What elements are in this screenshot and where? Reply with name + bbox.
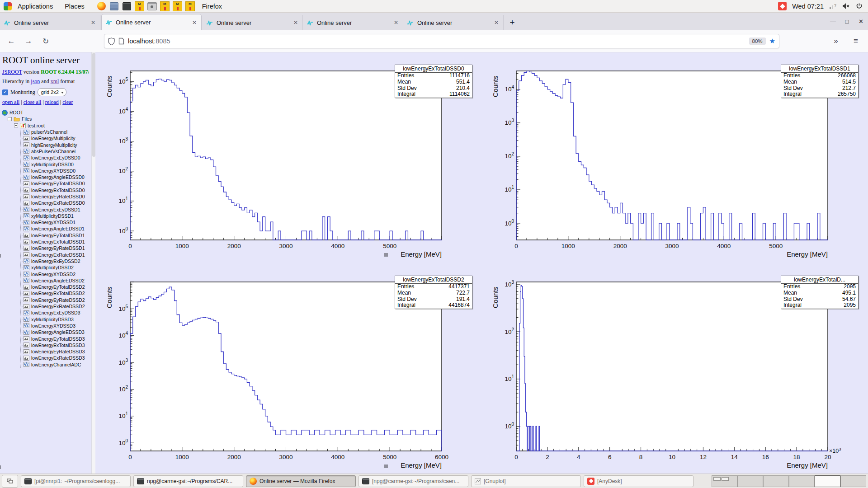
tree-node-root[interactable]: ROOT — [2, 109, 91, 116]
places-menu[interactable]: Places — [59, 0, 90, 12]
workspace-cell-1[interactable] — [712, 475, 737, 487]
tree-item-lowEnergyEyRateDSSD3[interactable]: lowEnergyEyRateDSSD3 — [21, 348, 91, 355]
tree-item-lowEnergyXYDSSD2[interactable]: lowEnergyXYDSSD2 — [21, 271, 91, 277]
tree-item-pulserVsChannel[interactable]: pulserVsChannel — [21, 129, 91, 135]
tree-item-lowEnergyExEyDSSD0[interactable]: lowEnergyExEyDSSD0 — [21, 155, 91, 161]
tab-close-icon[interactable]: ✕ — [292, 19, 299, 26]
tree-item-lowEnergyExRateDSSD3[interactable]: lowEnergyExRateDSSD3 — [21, 355, 91, 361]
back-button[interactable]: ← — [4, 33, 19, 49]
clear-link[interactable]: clear — [62, 99, 73, 105]
tree-item-highEnergyMultiplicity[interactable]: highEnergyMultiplicity — [21, 141, 91, 148]
tab-close-icon[interactable]: ✕ — [191, 19, 198, 26]
power-icon[interactable] — [856, 3, 863, 9]
files-launcher-icon[interactable] — [109, 1, 119, 11]
zoom-level-indicator[interactable]: 80% — [749, 38, 766, 45]
layout-select[interactable]: grid 2x2 — [38, 88, 66, 96]
network-icon[interactable]: ? — [829, 3, 837, 9]
forward-button[interactable]: → — [21, 33, 36, 49]
workspace-cell-6[interactable] — [840, 475, 866, 487]
plot-cell-lowEnergyExTotalDSSD2[interactable]: 0100020003000400050006000100101102103104… — [95, 263, 481, 474]
tree-node-files[interactable]: Files — [8, 116, 91, 122]
taskbar-window-button-1[interactable]: [pi@nnrpi1: ~/Programs/caenlogg... — [21, 475, 131, 487]
volume-muted-icon[interactable] — [842, 3, 850, 9]
show-desktop-button[interactable] — [2, 475, 18, 488]
tree-item-lowEnergyExEyDSSD2[interactable]: lowEnergyExEyDSSD2 — [21, 258, 91, 264]
reload-link[interactable]: reload — [45, 99, 59, 105]
tree-item-xyMultiplicityDSSD0[interactable]: xyMultiplicityDSSD0 — [21, 161, 91, 167]
grid-splitter-handle[interactable] — [384, 253, 388, 257]
browser-tab-1[interactable]: Online server✕ — [0, 15, 100, 30]
terminal-launcher-icon[interactable] — [122, 1, 132, 11]
tree-node-test-root[interactable]: test.root — [14, 122, 91, 129]
taskbar-window-button-3[interactable]: Online server — Mozilla Firefox — [246, 475, 356, 487]
bookmark-star-icon[interactable]: ★ — [769, 37, 775, 45]
tree-item-lowEnergyExRateDSSD1[interactable]: lowEnergyExRateDSSD1 — [21, 252, 91, 258]
midas-launcher-icon[interactable]: M — [135, 1, 144, 11]
taskbar-window-button-5[interactable]: [Gnuplot] — [471, 475, 581, 487]
tree-item-lowEnergyExRateDSSD0[interactable]: lowEnergyExRateDSSD0 — [21, 200, 91, 206]
shield-icon[interactable] — [108, 38, 115, 45]
taskbar-window-button-4[interactable]: [npg@carme-gsi:~/Programs/caen... — [359, 475, 468, 487]
monitoring-checkbox[interactable]: ✓ — [2, 89, 8, 95]
plot-cell-lowEnergyExTotalDSSD0[interactable]: 010002000300040005000100101102103104105E… — [95, 52, 481, 263]
window-maximize-button[interactable]: □ — [840, 12, 854, 30]
tree-item-lowEnergyExTotalDSSD2[interactable]: lowEnergyExTotalDSSD2 — [21, 290, 91, 296]
tree-item-xyMultiplicityDSSD3[interactable]: xyMultiplicityDSSD3 — [21, 316, 91, 323]
plot-cell-lowEnergyExTotalDSSD1[interactable]: 010002000300040005000100101102103104Ener… — [481, 52, 868, 263]
collapse-expander-icon[interactable] — [14, 123, 18, 127]
tree-item-xyMultiplicityDSSD1[interactable]: xyMultiplicityDSSD1 — [21, 213, 91, 219]
xml-link[interactable]: xml — [51, 78, 59, 84]
workspace-cell-4[interactable] — [789, 475, 815, 487]
collapse-expander-icon[interactable] — [8, 117, 12, 121]
grid-splitter-handle[interactable] — [0, 254, 1, 258]
tree-item-lowEnergyChannelADC[interactable]: lowEnergyChannelADC — [21, 361, 91, 368]
sidebar-scrollbar[interactable] — [91, 52, 95, 474]
json-link[interactable]: json — [31, 78, 40, 84]
tree-item-lowEnergyAngleEDSSD0[interactable]: lowEnergyAngleEDSSD0 — [21, 174, 91, 180]
tree-item-lowEnergyEyTotalDSSD1[interactable]: lowEnergyEyTotalDSSD1 — [21, 232, 91, 239]
open-all-link[interactable]: open all — [2, 99, 19, 105]
firefox-launcher-icon[interactable] — [97, 1, 106, 11]
midas-launcher-icon[interactable]: M — [160, 1, 170, 11]
anydesk-tray-icon[interactable] — [778, 2, 787, 10]
tree-item-lowEnergyEyRateDSSD0[interactable]: lowEnergyEyRateDSSD0 — [21, 193, 91, 200]
tree-item-absPulserVsChannel[interactable]: absPulserVsChannel — [21, 148, 91, 155]
tree-item-lowEnergyExEyDSSD1[interactable]: lowEnergyExEyDSSD1 — [21, 206, 91, 212]
tree-item-lowEnergyAngleEDSSD1[interactable]: lowEnergyAngleEDSSD1 — [21, 225, 91, 232]
reload-button[interactable]: ↻ — [38, 33, 53, 49]
plot-cell-lowEnergyExTotalDSSD3[interactable]: 02468101214161820100101102103×103Energy … — [481, 263, 868, 474]
sidebar-scrollbar-thumb[interactable] — [92, 53, 95, 157]
workspace-cell-3[interactable] — [763, 475, 789, 487]
tab-close-icon[interactable]: ✕ — [393, 19, 399, 26]
tree-item-lowEnergyExTotalDSSD1[interactable]: lowEnergyExTotalDSSD1 — [21, 239, 91, 245]
page-info-icon[interactable] — [118, 38, 124, 45]
midas-launcher-icon[interactable]: M — [185, 1, 195, 11]
tree-item-lowEnergyEyTotalDSSD0[interactable]: lowEnergyEyTotalDSSD0 — [21, 180, 91, 187]
browser-tab-4[interactable]: Online server✕ — [303, 15, 403, 30]
tree-item-lowEnergyExEyDSSD3[interactable]: lowEnergyExEyDSSD3 — [21, 310, 91, 316]
jsroot-link[interactable]: JSROOT — [2, 69, 22, 75]
tree-item-lowEnergyExTotalDSSD3[interactable]: lowEnergyExTotalDSSD3 — [21, 342, 91, 348]
tree-item-lowEnergyEyTotalDSSD2[interactable]: lowEnergyEyTotalDSSD2 — [21, 284, 91, 290]
tree-item-lowEnergyXYDSSD3[interactable]: lowEnergyXYDSSD3 — [21, 323, 91, 329]
applications-menu-icon[interactable] — [4, 2, 12, 10]
midas-launcher-icon[interactable]: M — [173, 1, 182, 11]
tree-item-lowEnergyXYDSSD1[interactable]: lowEnergyXYDSSD1 — [21, 219, 91, 225]
url-bar[interactable]: localhost:8085 80% ★ — [104, 34, 779, 48]
tree-item-lowEnergyXYDSSD0[interactable]: lowEnergyXYDSSD0 — [21, 168, 91, 174]
applications-menu[interactable]: Applications — [12, 0, 59, 12]
overflow-menu-icon[interactable]: » — [828, 33, 844, 49]
browser-tab-2[interactable]: Online server✕ — [101, 14, 202, 30]
window-close-button[interactable]: ✕ — [854, 12, 868, 30]
taskbar-window-button-6[interactable]: [AnyDesk] — [584, 475, 693, 487]
tree-item-lowEnergyEyTotalDSSD3[interactable]: lowEnergyEyTotalDSSD3 — [21, 335, 91, 342]
close-all-link[interactable]: close all — [24, 99, 42, 105]
tree-item-lowEnergyEyRateDSSD2[interactable]: lowEnergyEyRateDSSD2 — [21, 297, 91, 303]
workspace-cell-2[interactable] — [737, 475, 763, 487]
tree-item-lowEnergyExRateDSSD2[interactable]: lowEnergyExRateDSSD2 — [21, 303, 91, 310]
tree-item-lowEnergyEyRateDSSD1[interactable]: lowEnergyEyRateDSSD1 — [21, 245, 91, 251]
tab-close-icon[interactable]: ✕ — [493, 19, 500, 26]
browser-tab-3[interactable]: Online server✕ — [203, 15, 303, 30]
tree-item-xyMultiplicityDSSD2[interactable]: xyMultiplicityDSSD2 — [21, 264, 91, 271]
grid-splitter-handle[interactable] — [384, 465, 388, 468]
